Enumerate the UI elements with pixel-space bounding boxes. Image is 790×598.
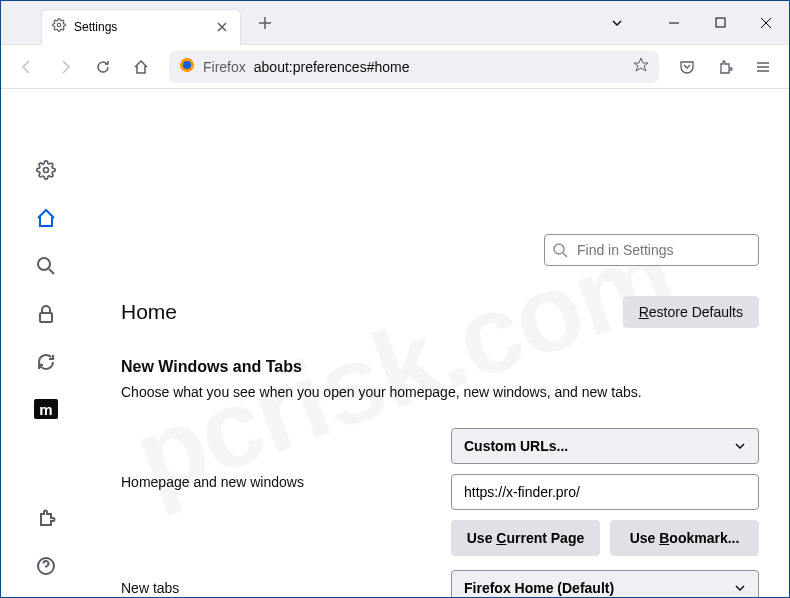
sidebar-extensions-icon[interactable] (35, 507, 57, 529)
restore-defaults-button[interactable]: Restore Defaults (623, 296, 759, 328)
svg-point-3 (183, 61, 191, 69)
close-tab-icon[interactable] (214, 19, 230, 35)
sidebar-sync-icon[interactable] (35, 351, 57, 373)
svg-point-5 (38, 258, 50, 270)
use-current-page-button[interactable]: Use Current Page (451, 520, 600, 556)
find-settings-input[interactable] (544, 234, 759, 266)
back-button[interactable] (11, 51, 43, 83)
tab-title: Settings (74, 20, 206, 34)
section-new-windows-title: New Windows and Tabs (121, 358, 759, 376)
use-bookmark-button[interactable]: Use Bookmark... (610, 520, 759, 556)
close-window-button[interactable] (743, 1, 789, 45)
home-button[interactable] (125, 51, 157, 83)
url-bar[interactable]: Firefox about:preferences#home (169, 51, 659, 83)
sidebar-help-icon[interactable] (35, 555, 57, 577)
newtabs-dropdown[interactable]: Firefox Home (Default) (451, 570, 759, 597)
url-prefix: Firefox (203, 59, 246, 75)
browser-tab[interactable]: Settings (41, 9, 241, 45)
search-icon (552, 242, 568, 258)
minimize-button[interactable] (651, 1, 697, 45)
dropdown-value: Firefox Home (Default) (464, 580, 614, 596)
chevron-down-icon (734, 582, 746, 594)
sidebar-more-icon[interactable]: m (34, 399, 58, 419)
page-title: Home (121, 300, 177, 324)
gear-icon (52, 18, 66, 36)
dropdown-value: Custom URLs... (464, 438, 568, 454)
maximize-button[interactable] (697, 1, 743, 45)
section-new-windows-desc: Choose what you see when you open your h… (121, 384, 759, 400)
menu-button[interactable] (747, 51, 779, 83)
bookmark-star-icon[interactable] (633, 57, 649, 77)
extensions-button[interactable] (709, 51, 741, 83)
sidebar-home-icon[interactable] (35, 207, 57, 229)
homepage-url-input[interactable] (451, 474, 759, 510)
sidebar-privacy-icon[interactable] (35, 303, 57, 325)
forward-button[interactable] (49, 51, 81, 83)
svg-point-4 (44, 168, 49, 173)
toolbar: Firefox about:preferences#home (1, 45, 789, 89)
tabs-dropdown-button[interactable] (599, 9, 635, 37)
homepage-label: Homepage and new windows (121, 428, 431, 490)
sidebar-search-icon[interactable] (35, 255, 57, 277)
svg-point-8 (554, 244, 564, 254)
firefox-logo-icon (179, 57, 195, 77)
homepage-mode-dropdown[interactable]: Custom URLs... (451, 428, 759, 464)
reload-button[interactable] (87, 51, 119, 83)
newtabs-label: New tabs (121, 580, 431, 596)
titlebar: Settings (1, 1, 789, 45)
svg-point-0 (57, 23, 61, 27)
sidebar-general-icon[interactable] (35, 159, 57, 181)
svg-rect-1 (716, 18, 725, 27)
chevron-down-icon (734, 440, 746, 452)
new-tab-button[interactable] (251, 9, 279, 37)
settings-main: pcrisk.com Home Restore Defaults New Win… (91, 89, 789, 597)
settings-sidebar: m (1, 89, 91, 597)
url-path: about:preferences#home (254, 59, 410, 75)
pocket-button[interactable] (671, 51, 703, 83)
svg-rect-6 (40, 313, 52, 322)
content-area: m pcrisk.com Home Restore Defaults Ne (1, 89, 789, 597)
